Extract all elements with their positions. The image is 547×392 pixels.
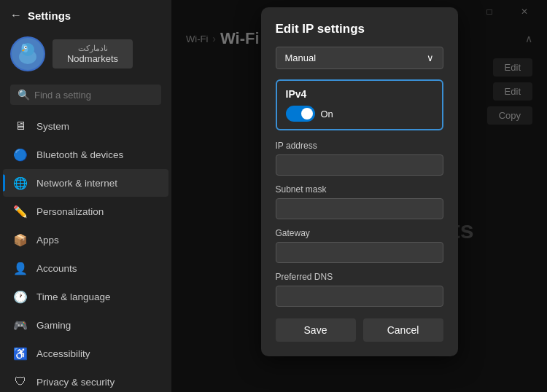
ip-address-input[interactable] (276, 154, 443, 176)
search-icon: 🔍 (18, 89, 30, 101)
gateway-input[interactable] (276, 242, 443, 263)
save-button[interactable]: Save (276, 318, 356, 342)
profile-name[interactable]: نادمارکت Nodmarkets (53, 39, 133, 68)
toggle-state-label: On (321, 109, 333, 119)
sidebar-item-label: Accessibility (36, 348, 90, 359)
personalization-icon: ✏️ (13, 204, 28, 219)
dialog-actions: Save Cancel (276, 318, 443, 342)
sidebar-item-label: Accounts (36, 263, 77, 274)
toggle-row: On (286, 106, 433, 122)
apps-icon: 📦 (13, 232, 28, 247)
sidebar-item-label: Bluetooth & devices (36, 149, 123, 160)
ipv4-toggle[interactable] (286, 106, 315, 122)
svg-point-5 (26, 47, 27, 48)
sidebar-item-label: Apps (36, 235, 59, 246)
nav-list: 🖥 System 🔵 Bluetooth & devices 🌐 Network… (0, 112, 171, 392)
sidebar-item-apps[interactable]: 📦 Apps (3, 226, 168, 254)
ip-address-group: IP address (276, 141, 443, 176)
dropdown-value: Manual (285, 52, 317, 63)
bluetooth-icon: 🔵 (13, 147, 28, 162)
sidebar-item-network[interactable]: 🌐 Network & internet (3, 169, 168, 197)
time-icon: 🕐 (13, 289, 28, 304)
ip-address-label: IP address (276, 141, 443, 151)
sidebar-item-label: Time & language (36, 291, 111, 302)
sidebar-item-time[interactable]: 🕐 Time & language (3, 283, 168, 310)
chevron-down-icon: ∨ (427, 52, 434, 63)
dialog-title: Edit IP settings (276, 22, 443, 36)
system-icon: 🖥 (13, 119, 28, 133)
manual-dropdown[interactable]: Manual ∨ (276, 47, 443, 69)
search-box: 🔍 (10, 85, 161, 105)
sidebar-header: ← Settings (0, 0, 171, 31)
edit-ip-dialog: Edit IP settings Manual ∨ IPv4 On IP add… (261, 7, 458, 356)
privacy-icon: 🛡 (13, 375, 28, 389)
subnet-mask-input[interactable] (276, 198, 443, 219)
gateway-label: Gateway (276, 228, 443, 238)
sidebar-item-privacy[interactable]: 🛡 Privacy & security (3, 368, 168, 392)
sidebar-item-gaming[interactable]: 🎮 Gaming (3, 311, 168, 339)
preferred-dns-label: Preferred DNS (276, 272, 443, 282)
sidebar-item-accessibility[interactable]: ♿ Accessibility (3, 340, 168, 367)
sidebar-item-label: Network & internet (36, 178, 117, 189)
sidebar-item-personalization[interactable]: ✏️ Personalization (3, 197, 168, 225)
main-content: ─ □ ✕ Wi-Fi › Wi-Fi ∧ Edit Edit Copy ناد… (171, 0, 547, 392)
gateway-group: Gateway (276, 228, 443, 263)
profile-section: نادمارکت Nodmarkets (0, 31, 171, 82)
avatar (10, 36, 45, 71)
cancel-button[interactable]: Cancel (363, 318, 443, 342)
avatar-image (12, 38, 44, 70)
sidebar-item-bluetooth[interactable]: 🔵 Bluetooth & devices (3, 141, 168, 168)
accessibility-icon: ♿ (13, 346, 28, 361)
subnet-mask-group: Subnet mask (276, 184, 443, 219)
sidebar-item-label: Gaming (36, 320, 71, 331)
profile-name-fa: نادمارکت (63, 44, 123, 53)
sidebar-item-accounts[interactable]: 👤 Accounts (3, 254, 168, 282)
subnet-mask-label: Subnet mask (276, 184, 443, 195)
gaming-icon: 🎮 (13, 318, 28, 332)
dialog-overlay: Edit IP settings Manual ∨ IPv4 On IP add… (171, 0, 547, 392)
ipv4-section: IPv4 On (276, 79, 443, 130)
sidebar-item-label: Privacy & security (36, 377, 115, 388)
profile-name-en: Nodmarkets (63, 53, 123, 64)
search-input[interactable] (34, 90, 154, 101)
accounts-icon: 👤 (13, 261, 28, 275)
sidebar-item-label: Personalization (36, 206, 104, 217)
network-icon: 🌐 (13, 176, 28, 190)
ipv4-label: IPv4 (286, 88, 433, 100)
back-button[interactable]: ← (10, 9, 22, 22)
sidebar-title: Settings (28, 9, 71, 22)
sidebar-item-label: System (36, 121, 69, 132)
sidebar: ← Settings نادمارکت Nodmarkets 🔍 🖥 (0, 0, 171, 392)
preferred-dns-input[interactable] (276, 286, 443, 307)
preferred-dns-group: Preferred DNS (276, 272, 443, 307)
sidebar-item-system[interactable]: 🖥 System (3, 112, 168, 140)
